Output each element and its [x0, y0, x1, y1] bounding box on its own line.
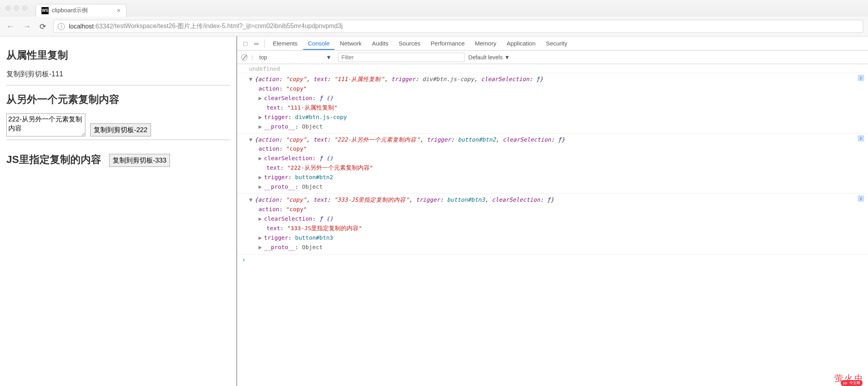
tab-elements[interactable]: Elements — [268, 37, 302, 50]
filter-input[interactable] — [338, 53, 464, 62]
devtools-tabs: ⬚ ▭ Elements Console Network Audits Sour… — [237, 36, 868, 51]
expand-arrow-icon[interactable]: ▶ — [259, 154, 264, 163]
favicon-icon: WS — [42, 7, 49, 14]
expand-arrow-icon[interactable]: ▶ — [259, 113, 264, 122]
expand-arrow-icon[interactable]: ▶ — [259, 182, 264, 192]
context-selector[interactable]: top ▼ — [257, 53, 334, 61]
forward-icon[interactable]: → — [21, 22, 32, 31]
expand-arrow-icon[interactable]: ▼ — [249, 195, 255, 205]
devtools-panel: ⬚ ▭ Elements Console Network Audits Sour… — [236, 36, 868, 386]
tab-security[interactable]: Security — [541, 37, 572, 50]
inspect-icon[interactable]: ⬚ — [240, 40, 251, 47]
source-textarea[interactable]: 222-从另外一个元素复制内容 — [6, 114, 85, 136]
separator: | — [251, 54, 253, 61]
chevron-down-icon: ▼ — [326, 54, 331, 61]
copy-text-1: 复制到剪切板-111 — [6, 69, 230, 79]
divider — [6, 140, 230, 140]
console-log-entry[interactable]: i ▼{action: "copy", text: "222-从另外一个元素复制… — [237, 134, 868, 194]
chevron-down-icon: ▼ — [504, 54, 510, 61]
url-port: :63342 — [94, 23, 113, 30]
url-bar[interactable]: i localhost:63342/testWorkspace/test26-图… — [53, 20, 863, 33]
window-minimize-icon[interactable] — [14, 6, 19, 11]
address-bar-row: ← → ⟳ i localhost:63342/testWorkspace/te… — [0, 17, 868, 36]
expand-arrow-icon[interactable]: ▶ — [259, 233, 264, 243]
context-label: top — [259, 54, 267, 61]
console-log-undefined: undefined — [237, 65, 868, 73]
tab-memory[interactable]: Memory — [470, 37, 501, 50]
log-levels-selector[interactable]: Default levels ▼ — [468, 54, 510, 61]
divider — [6, 85, 230, 85]
reload-icon[interactable]: ⟳ — [38, 22, 48, 31]
back-icon[interactable]: ← — [5, 22, 16, 31]
page-area: 从属性里复制 复制到剪切板-111 从另外一个元素复制内容 222-从另外一个元… — [0, 36, 236, 386]
info-icon[interactable]: i — [858, 135, 864, 142]
console-log-entry[interactable]: i ▼{action: "copy", text: "333-JS里指定复制的内… — [237, 194, 868, 254]
url-path: /testWorkspace/test26-图片上传/index-5.html?… — [113, 22, 343, 30]
tab-console[interactable]: Console — [303, 37, 334, 50]
copy-button-222[interactable]: 复制到剪切板-222 — [90, 123, 151, 136]
browser-tab[interactable]: WS clipboard示例 × — [36, 4, 126, 17]
levels-label: Default levels — [468, 54, 503, 61]
expand-arrow-icon[interactable]: ▶ — [259, 94, 264, 103]
expand-arrow-icon[interactable]: ▶ — [259, 243, 264, 252]
tab-sources[interactable]: Sources — [394, 37, 425, 50]
tab-network[interactable]: Network — [335, 37, 366, 50]
console-prompt[interactable]: › — [237, 254, 868, 265]
tab-title: clipboard示例 — [52, 7, 88, 14]
heading-copy-from-js: JS里指定复制的内容 — [6, 153, 101, 167]
url-host: localhost — [69, 23, 94, 30]
expand-arrow-icon[interactable]: ▶ — [259, 214, 264, 224]
tab-close-icon[interactable]: × — [117, 7, 121, 14]
browser-chrome: WS clipboard示例 × ← → ⟳ i localhost:63342… — [0, 0, 868, 36]
separator — [264, 40, 265, 47]
info-icon[interactable]: i — [858, 75, 864, 81]
window-maximize-icon[interactable] — [22, 6, 27, 11]
heading-copy-from-attr: 从属性里复制 — [6, 48, 230, 62]
content-area: 从属性里复制 复制到剪切板-111 从另外一个元素复制内容 222-从另外一个元… — [0, 36, 868, 386]
console-log-entry[interactable]: i ▼{action: "copy", text: "111-从属性复制", t… — [237, 73, 868, 134]
expand-arrow-icon[interactable]: ▶ — [259, 122, 264, 132]
tab-bar: WS clipboard示例 × — [0, 0, 868, 17]
watermark-sub: pp 中文网 — [841, 380, 862, 386]
tab-application[interactable]: Application — [502, 37, 540, 50]
expand-arrow-icon[interactable]: ▶ — [259, 173, 264, 182]
site-info-icon[interactable]: i — [58, 23, 65, 30]
textarea-row: 222-从另外一个元素复制内容 复制到剪切板-222 — [6, 114, 230, 136]
expand-arrow-icon[interactable]: ▼ — [249, 135, 255, 145]
copy-button-333[interactable]: 复制到剪切板-333 — [109, 154, 170, 167]
console-body[interactable]: undefined i ▼{action: "copy", text: "111… — [237, 64, 868, 386]
tab-audits[interactable]: Audits — [367, 37, 393, 50]
window-controls — [6, 6, 27, 11]
window-close-icon[interactable] — [6, 6, 11, 11]
device-toggle-icon[interactable]: ▭ — [251, 40, 262, 47]
heading-copy-from-element: 从另外一个元素复制内容 — [6, 93, 230, 106]
info-icon[interactable]: i — [858, 195, 864, 202]
console-toolbar: | top ▼ Default levels ▼ — [237, 51, 868, 64]
clear-console-icon[interactable] — [241, 54, 247, 61]
tab-performance[interactable]: Performance — [426, 37, 470, 50]
expand-arrow-icon[interactable]: ▼ — [249, 75, 255, 84]
